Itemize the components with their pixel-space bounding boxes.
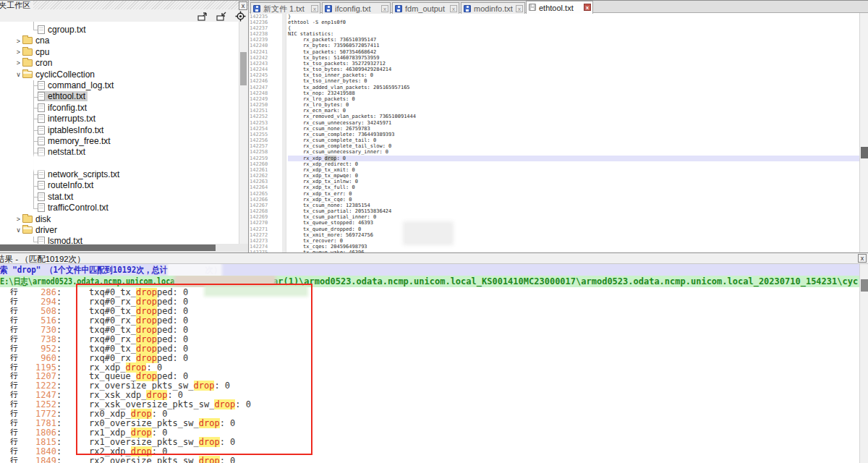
results-vertical-scrollbar[interactable] — [859, 264, 868, 463]
tree-item-label: cna — [35, 35, 49, 46]
line-text: rx_csum_complete: 736449389393 — [288, 132, 859, 137]
search-result-row[interactable]: 行1849:rx2_oversize_pkts_sw_drop: 0 — [0, 456, 859, 463]
tree-item-label: cyclicCollection — [35, 69, 95, 80]
scrollbar-thumb[interactable] — [861, 147, 868, 158]
line-number: 142261 — [250, 167, 270, 173]
tab-close-icon[interactable]: x — [311, 5, 318, 12]
editor-line: 142271 tx_queue_dropped: 0 — [250, 226, 859, 232]
line-text: rx_xdp_tx_err: 0 — [288, 191, 859, 197]
row-colon: : — [56, 288, 61, 297]
editor-tab-1[interactable]: 新文件 1.txtx — [250, 2, 320, 14]
line-number: 142242 — [250, 55, 270, 61]
tree-file-lsmod.txt[interactable]: lsmod.txt — [0, 236, 239, 244]
editor-line: 142252 rx_removed_vlan_packets: 73651009… — [250, 114, 859, 119]
tree-folder-cpu[interactable]: >cpu — [0, 47, 239, 58]
chevron-right-icon[interactable]: > — [14, 36, 22, 47]
line-number: 142239 — [250, 37, 270, 43]
results-close-icon[interactable]: x — [858, 254, 867, 263]
editor-line: 142248 tx_nop: 232419588 — [250, 90, 859, 96]
line-number: 142241 — [250, 49, 270, 55]
chevron-right-icon[interactable]: > — [14, 214, 22, 225]
line-number: 142269 — [250, 214, 270, 220]
tree-connector-line — [33, 174, 38, 175]
editor-text-area[interactable]: 142235}142236ethtool -S enp1s0f0142237{1… — [250, 13, 859, 252]
tree-item-label: iptablesInfo.txt — [48, 125, 103, 135]
row-colon: : — [56, 438, 61, 447]
row-line-number: 730 — [20, 326, 56, 335]
line-text: tx_xmit_more: 569724756 — [288, 232, 859, 238]
censor-blur-patch — [169, 264, 221, 276]
row-line-prefix: 行 — [10, 288, 18, 297]
folder-icon — [22, 216, 33, 223]
chevron-right-icon[interactable]: > — [14, 47, 22, 58]
tab-label: modinfo.txt — [474, 4, 513, 14]
chevron-down-icon[interactable]: ∨ — [14, 225, 22, 236]
editor-line: 142262 rx_xdp_tx_mpwqe: 0 — [250, 173, 859, 179]
tree-folder-disk[interactable]: >disk — [0, 214, 239, 225]
line-text: rx_xdp_drop: 0 — [288, 156, 859, 161]
result-file-path-tail: ar(1)\armod0523.odata.ncmp.unicom.local_… — [273, 276, 858, 287]
scrollbar-thumb[interactable] — [0, 245, 216, 251]
red-annotation-rectangle — [76, 284, 312, 455]
tab-close-icon[interactable]: x — [381, 5, 388, 12]
row-line-number: 1849 — [20, 456, 56, 463]
row-line-number: 738 — [20, 335, 56, 344]
tree-connector-line — [33, 153, 38, 153]
line-text: tx_csum_none: 12385154 — [288, 203, 859, 208]
tab-close-icon[interactable]: x — [584, 4, 591, 11]
line-number: 142236 — [250, 20, 270, 25]
workspace-titlebar[interactable]: 夹工作区 x — [0, 0, 248, 9]
editor-tab-5[interactable]: ethtool.txtx — [526, 1, 593, 14]
workspace-horizontal-scrollbar[interactable] — [0, 244, 248, 252]
file-icon — [38, 181, 45, 190]
tab-label: ethtool.txt — [539, 3, 574, 14]
tree-folder-driver[interactable]: ∨driver — [0, 225, 239, 236]
scrollbar-thumb[interactable] — [861, 279, 868, 292]
row-line-number: 516 — [20, 316, 56, 326]
tree-item-label: network_scripts.txt — [48, 169, 119, 179]
tree-folder-cyclicCollection[interactable]: ∨cyclicCollection — [0, 69, 239, 80]
fold-margin — [282, 13, 286, 252]
line-number: 142250 — [250, 102, 270, 108]
line-text: tx_recover: 0 — [288, 238, 859, 244]
chevron-down-icon[interactable]: ∨ — [14, 69, 22, 80]
line-text: ethtool -S enp1s0f0 — [288, 20, 859, 25]
locate-current-file-icon[interactable] — [235, 11, 246, 22]
row-line-number: 1815 — [20, 438, 56, 447]
editor-tab-3[interactable]: fdm_outputx — [392, 2, 459, 14]
line-number: 142273 — [250, 238, 270, 244]
tab-label: 新文件 1.txt — [263, 4, 305, 14]
censor-blur-patch — [405, 224, 451, 243]
editor-line: 142242 tx_bytes: 514607839753959 — [250, 55, 859, 61]
notepad-plus-plus-window: 夹工作区 x cgroup.txt>cna>cpu>cron∨cyclicCol… — [0, 0, 868, 463]
line-text: rx_csum_complete_tail_slow: 0 — [288, 143, 859, 149]
workspace-vertical-scrollbar[interactable] — [239, 22, 247, 244]
tree-connector-line — [33, 197, 38, 197]
tree-item-label: memory_free.txt — [48, 136, 111, 146]
tree-item-label: cgroup.txt — [48, 25, 86, 35]
tree-item-label: interrupts.txt — [48, 114, 95, 124]
tree-folder-cron[interactable]: >cron — [0, 58, 239, 69]
line-number: 142240 — [250, 43, 270, 48]
expand-all-icon[interactable] — [197, 11, 210, 21]
tab-close-icon[interactable]: x — [516, 5, 523, 12]
results-titlebar[interactable]: 结果 - （匹配10192次） x — [0, 253, 868, 264]
tree-folder-cna[interactable]: >cna — [0, 35, 239, 46]
editor-line: 142263 rx_xdp_tx_inlnw: 0 — [250, 179, 859, 184]
collapse-all-icon[interactable] — [216, 11, 229, 21]
line-text: rx_xdp_tx_inlnw: 0 — [288, 179, 859, 184]
line-text: tx_tso_inner_packets: 0 — [288, 72, 859, 78]
editor-tab-4[interactable]: modinfo.txtx — [461, 2, 525, 14]
editor-tab-2[interactable]: ifconfig.txtx — [322, 2, 391, 14]
row-line-prefix: 行 — [10, 344, 18, 354]
row-colon: : — [56, 344, 61, 354]
file-icon — [38, 137, 45, 145]
chevron-right-icon[interactable]: > — [14, 58, 22, 69]
row-line-prefix: 行 — [10, 354, 18, 363]
tab-close-icon[interactable]: x — [450, 5, 457, 12]
line-text: rx_xdp_tx_full: 0 — [288, 184, 859, 190]
row-line-prefix: 行 — [10, 316, 18, 326]
search-summary-line[interactable]: 索 "drop" （1个文件中匹配到10192次，总计 次） — [0, 264, 859, 276]
editor-vertical-scrollbar[interactable] — [859, 13, 868, 252]
scrollbar-thumb[interactable] — [240, 52, 247, 85]
